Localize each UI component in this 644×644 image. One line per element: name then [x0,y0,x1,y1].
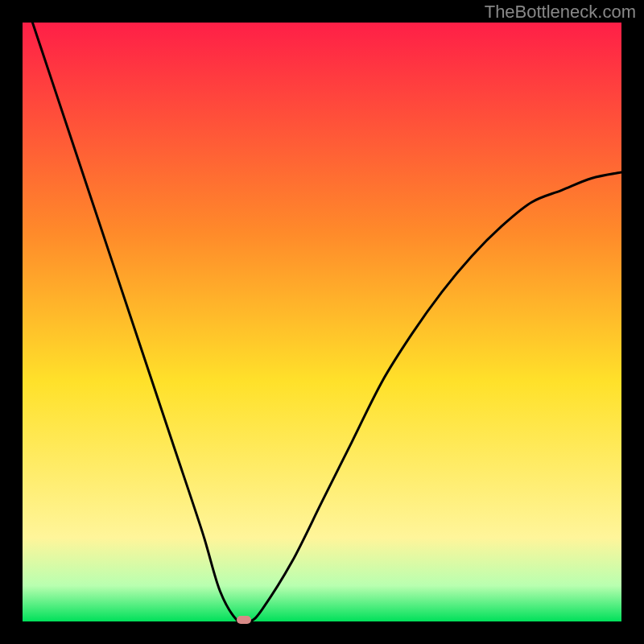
chart-frame [23,23,621,621]
watermark-text: TheBottleneck.com [485,2,636,23]
chart-svg [23,23,621,621]
gradient-background [23,23,621,621]
optimal-point-marker [237,616,251,624]
